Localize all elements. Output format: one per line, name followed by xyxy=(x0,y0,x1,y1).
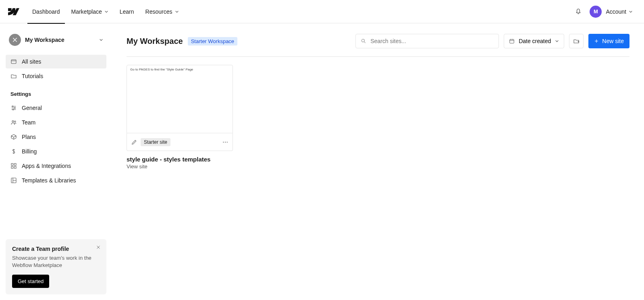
package-icon xyxy=(10,134,17,140)
nav-label: Dashboard xyxy=(32,8,60,15)
sort-label: Date created xyxy=(519,38,551,44)
sidebar-item-apps[interactable]: Apps & Integrations xyxy=(6,159,106,173)
site-card-bar: Starter site xyxy=(127,133,233,151)
content-header: My Workspace Starter Workspace Date crea… xyxy=(127,34,629,57)
bell-icon xyxy=(575,8,582,15)
webflow-logo-icon xyxy=(8,8,19,15)
sidebar-item-tutorials[interactable]: Tutorials xyxy=(6,69,106,83)
account-label: Account xyxy=(606,8,626,15)
sidebar-item-team[interactable]: Team xyxy=(6,116,106,129)
site-title: style guide - styles templates xyxy=(127,156,233,163)
users-icon xyxy=(10,119,17,126)
calendar-icon xyxy=(509,38,515,44)
svg-rect-12 xyxy=(510,39,514,43)
chevron-down-icon xyxy=(104,10,108,14)
folder-icon xyxy=(10,73,17,79)
sidebar-item-general[interactable]: General xyxy=(6,101,106,115)
site-view-link[interactable]: View site xyxy=(127,163,233,170)
workspace-switcher[interactable]: My Workspace xyxy=(6,31,106,48)
new-site-label: New site xyxy=(602,38,624,44)
settings-heading: Settings xyxy=(6,85,106,99)
folder-plus-icon xyxy=(573,38,580,44)
svg-rect-7 xyxy=(14,163,16,166)
sidebar-item-label: Team xyxy=(22,119,35,126)
draft-icon xyxy=(131,139,137,145)
search-input[interactable] xyxy=(370,37,494,45)
site-grid: Go to PAGES to find the "Style Guide" Pa… xyxy=(127,57,629,170)
dollar-icon xyxy=(10,148,17,155)
thumbnail-caption: Go to PAGES to find the "Style Guide" Pa… xyxy=(130,68,193,71)
folder-icon xyxy=(10,58,17,65)
promo-cta-label: Get started xyxy=(18,278,44,284)
svg-point-4 xyxy=(12,120,14,122)
svg-rect-8 xyxy=(11,166,13,168)
sidebar-item-label: Tutorials xyxy=(22,73,43,79)
svg-point-13 xyxy=(223,141,224,142)
plus-icon xyxy=(594,39,599,43)
content: My Workspace Starter Workspace Date crea… xyxy=(112,23,644,300)
nav-marketplace[interactable]: Marketplace xyxy=(66,0,113,23)
svg-point-14 xyxy=(225,141,226,142)
new-site-button[interactable]: New site xyxy=(588,34,629,48)
svg-rect-0 xyxy=(11,60,16,63)
svg-rect-6 xyxy=(11,163,13,166)
nav-label: Resources xyxy=(145,8,172,15)
notifications-button[interactable] xyxy=(571,4,586,19)
page-title: My Workspace xyxy=(127,37,183,46)
chevron-down-icon xyxy=(555,39,559,43)
logo[interactable] xyxy=(6,4,21,19)
sliders-icon xyxy=(10,105,17,111)
new-folder-button[interactable] xyxy=(569,34,584,48)
sidebar-item-label: Billing xyxy=(22,148,37,155)
svg-point-5 xyxy=(15,121,16,122)
site-thumbnail[interactable]: Go to PAGES to find the "Style Guide" Pa… xyxy=(127,65,233,133)
apps-icon xyxy=(10,163,17,169)
sidebar-item-plans[interactable]: Plans xyxy=(6,130,106,144)
promo-title: Create a Team profile xyxy=(12,246,100,252)
tier-badge: Starter Workspace xyxy=(188,37,237,46)
nav-label: Marketplace xyxy=(71,8,102,15)
svg-point-15 xyxy=(227,141,228,142)
site-plan-badge: Starter site xyxy=(141,138,170,146)
search-icon xyxy=(361,38,366,44)
sidebar-item-label: Templates & Libraries xyxy=(22,177,76,184)
sidebar-item-label: All sites xyxy=(22,58,41,65)
promo-body: Showcase your team's work in the Webflow… xyxy=(12,254,100,269)
sidebar: My Workspace All sites Tutorials Setting… xyxy=(0,23,112,300)
avatar-initial: M xyxy=(594,8,598,14)
avatar[interactable]: M xyxy=(590,6,602,18)
sort-button[interactable]: Date created xyxy=(504,34,564,48)
svg-point-1 xyxy=(12,106,13,107)
sidebar-item-label: Apps & Integrations xyxy=(22,163,71,169)
layout-icon xyxy=(10,177,17,184)
svg-point-2 xyxy=(14,108,15,109)
promo-close-button[interactable] xyxy=(94,243,102,251)
workspace-name: My Workspace xyxy=(25,37,95,43)
svg-point-11 xyxy=(361,39,364,42)
account-menu[interactable]: Account xyxy=(606,8,633,15)
nav-label: Learn xyxy=(120,8,134,15)
search-field[interactable] xyxy=(355,34,499,48)
sidebar-item-label: Plans xyxy=(22,134,36,140)
more-horizontal-icon xyxy=(222,139,229,145)
site-more-button[interactable] xyxy=(222,139,229,145)
sidebar-item-all-sites[interactable]: All sites xyxy=(6,55,106,68)
close-icon xyxy=(96,245,101,250)
chevron-down-icon xyxy=(175,10,179,14)
promo-card: Create a Team profile Showcase your team… xyxy=(6,239,106,294)
nav-learn[interactable]: Learn xyxy=(115,0,139,23)
nav-resources[interactable]: Resources xyxy=(141,0,184,23)
sidebar-item-billing[interactable]: Billing xyxy=(6,145,106,158)
svg-point-3 xyxy=(12,109,14,110)
sidebar-item-templates[interactable]: Templates & Libraries xyxy=(6,174,106,187)
chevron-down-icon xyxy=(629,10,633,14)
sidebar-item-label: General xyxy=(22,105,42,111)
nav-dashboard[interactable]: Dashboard xyxy=(27,0,65,23)
svg-rect-9 xyxy=(14,166,16,168)
promo-cta-button[interactable]: Get started xyxy=(12,275,49,288)
top-nav: Dashboard Marketplace Learn Resources M … xyxy=(0,0,644,23)
site-card: Go to PAGES to find the "Style Guide" Pa… xyxy=(127,65,233,170)
chevron-down-icon xyxy=(99,38,103,42)
workspace-avatar-icon xyxy=(9,34,21,46)
